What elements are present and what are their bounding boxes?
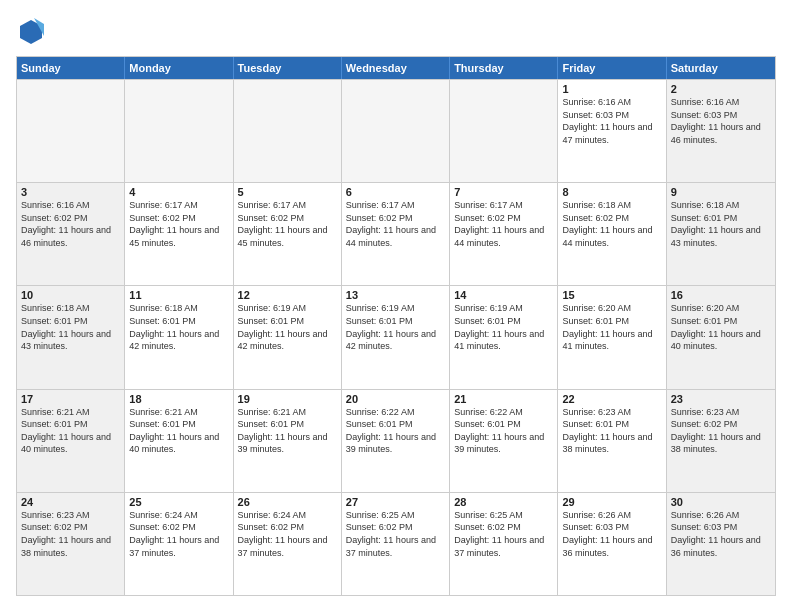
calendar-cell: 25Sunrise: 6:24 AM Sunset: 6:02 PM Dayli…	[125, 493, 233, 595]
day-detail: Sunrise: 6:17 AM Sunset: 6:02 PM Dayligh…	[454, 199, 553, 249]
header-day-wednesday: Wednesday	[342, 57, 450, 79]
calendar-cell: 9Sunrise: 6:18 AM Sunset: 6:01 PM Daylig…	[667, 183, 775, 285]
calendar-cell: 11Sunrise: 6:18 AM Sunset: 6:01 PM Dayli…	[125, 286, 233, 388]
page-header	[16, 16, 776, 46]
calendar-cell: 1Sunrise: 6:16 AM Sunset: 6:03 PM Daylig…	[558, 80, 666, 182]
calendar-cell	[125, 80, 233, 182]
day-detail: Sunrise: 6:19 AM Sunset: 6:01 PM Dayligh…	[346, 302, 445, 352]
day-number: 21	[454, 393, 553, 405]
calendar-cell: 16Sunrise: 6:20 AM Sunset: 6:01 PM Dayli…	[667, 286, 775, 388]
calendar: SundayMondayTuesdayWednesdayThursdayFrid…	[16, 56, 776, 596]
day-number: 23	[671, 393, 771, 405]
day-number: 12	[238, 289, 337, 301]
day-number: 14	[454, 289, 553, 301]
day-number: 8	[562, 186, 661, 198]
day-detail: Sunrise: 6:19 AM Sunset: 6:01 PM Dayligh…	[454, 302, 553, 352]
calendar-cell: 30Sunrise: 6:26 AM Sunset: 6:03 PM Dayli…	[667, 493, 775, 595]
day-number: 1	[562, 83, 661, 95]
header-day-saturday: Saturday	[667, 57, 775, 79]
calendar-cell: 12Sunrise: 6:19 AM Sunset: 6:01 PM Dayli…	[234, 286, 342, 388]
calendar-cell: 17Sunrise: 6:21 AM Sunset: 6:01 PM Dayli…	[17, 390, 125, 492]
calendar-cell: 7Sunrise: 6:17 AM Sunset: 6:02 PM Daylig…	[450, 183, 558, 285]
day-number: 13	[346, 289, 445, 301]
day-detail: Sunrise: 6:25 AM Sunset: 6:02 PM Dayligh…	[346, 509, 445, 559]
day-number: 10	[21, 289, 120, 301]
day-detail: Sunrise: 6:17 AM Sunset: 6:02 PM Dayligh…	[238, 199, 337, 249]
day-detail: Sunrise: 6:21 AM Sunset: 6:01 PM Dayligh…	[238, 406, 337, 456]
calendar-cell: 21Sunrise: 6:22 AM Sunset: 6:01 PM Dayli…	[450, 390, 558, 492]
calendar-cell: 28Sunrise: 6:25 AM Sunset: 6:02 PM Dayli…	[450, 493, 558, 595]
calendar-week-2: 3Sunrise: 6:16 AM Sunset: 6:02 PM Daylig…	[17, 182, 775, 285]
logo	[16, 16, 50, 46]
day-detail: Sunrise: 6:21 AM Sunset: 6:01 PM Dayligh…	[21, 406, 120, 456]
day-number: 15	[562, 289, 661, 301]
day-number: 24	[21, 496, 120, 508]
calendar-week-5: 24Sunrise: 6:23 AM Sunset: 6:02 PM Dayli…	[17, 492, 775, 595]
header-day-friday: Friday	[558, 57, 666, 79]
day-detail: Sunrise: 6:19 AM Sunset: 6:01 PM Dayligh…	[238, 302, 337, 352]
day-number: 9	[671, 186, 771, 198]
day-detail: Sunrise: 6:23 AM Sunset: 6:01 PM Dayligh…	[562, 406, 661, 456]
calendar-cell	[342, 80, 450, 182]
calendar-cell	[234, 80, 342, 182]
day-detail: Sunrise: 6:23 AM Sunset: 6:02 PM Dayligh…	[21, 509, 120, 559]
day-number: 6	[346, 186, 445, 198]
calendar-cell: 22Sunrise: 6:23 AM Sunset: 6:01 PM Dayli…	[558, 390, 666, 492]
day-detail: Sunrise: 6:20 AM Sunset: 6:01 PM Dayligh…	[562, 302, 661, 352]
day-detail: Sunrise: 6:23 AM Sunset: 6:02 PM Dayligh…	[671, 406, 771, 456]
day-number: 18	[129, 393, 228, 405]
calendar-cell: 6Sunrise: 6:17 AM Sunset: 6:02 PM Daylig…	[342, 183, 450, 285]
calendar-cell: 8Sunrise: 6:18 AM Sunset: 6:02 PM Daylig…	[558, 183, 666, 285]
day-detail: Sunrise: 6:24 AM Sunset: 6:02 PM Dayligh…	[129, 509, 228, 559]
calendar-cell: 18Sunrise: 6:21 AM Sunset: 6:01 PM Dayli…	[125, 390, 233, 492]
calendar-cell: 26Sunrise: 6:24 AM Sunset: 6:02 PM Dayli…	[234, 493, 342, 595]
day-number: 4	[129, 186, 228, 198]
day-detail: Sunrise: 6:18 AM Sunset: 6:01 PM Dayligh…	[671, 199, 771, 249]
day-detail: Sunrise: 6:26 AM Sunset: 6:03 PM Dayligh…	[562, 509, 661, 559]
day-number: 5	[238, 186, 337, 198]
calendar-cell	[450, 80, 558, 182]
day-detail: Sunrise: 6:26 AM Sunset: 6:03 PM Dayligh…	[671, 509, 771, 559]
day-number: 20	[346, 393, 445, 405]
calendar-cell: 27Sunrise: 6:25 AM Sunset: 6:02 PM Dayli…	[342, 493, 450, 595]
day-detail: Sunrise: 6:16 AM Sunset: 6:03 PM Dayligh…	[671, 96, 771, 146]
day-detail: Sunrise: 6:18 AM Sunset: 6:02 PM Dayligh…	[562, 199, 661, 249]
day-number: 25	[129, 496, 228, 508]
day-detail: Sunrise: 6:25 AM Sunset: 6:02 PM Dayligh…	[454, 509, 553, 559]
calendar-cell: 15Sunrise: 6:20 AM Sunset: 6:01 PM Dayli…	[558, 286, 666, 388]
calendar-cell: 5Sunrise: 6:17 AM Sunset: 6:02 PM Daylig…	[234, 183, 342, 285]
day-detail: Sunrise: 6:18 AM Sunset: 6:01 PM Dayligh…	[21, 302, 120, 352]
day-number: 7	[454, 186, 553, 198]
day-detail: Sunrise: 6:21 AM Sunset: 6:01 PM Dayligh…	[129, 406, 228, 456]
calendar-cell: 10Sunrise: 6:18 AM Sunset: 6:01 PM Dayli…	[17, 286, 125, 388]
calendar-cell: 3Sunrise: 6:16 AM Sunset: 6:02 PM Daylig…	[17, 183, 125, 285]
day-number: 27	[346, 496, 445, 508]
day-number: 29	[562, 496, 661, 508]
day-number: 16	[671, 289, 771, 301]
logo-icon	[16, 16, 46, 46]
day-number: 28	[454, 496, 553, 508]
day-number: 11	[129, 289, 228, 301]
day-detail: Sunrise: 6:22 AM Sunset: 6:01 PM Dayligh…	[346, 406, 445, 456]
day-detail: Sunrise: 6:16 AM Sunset: 6:03 PM Dayligh…	[562, 96, 661, 146]
day-number: 19	[238, 393, 337, 405]
day-number: 2	[671, 83, 771, 95]
calendar-week-4: 17Sunrise: 6:21 AM Sunset: 6:01 PM Dayli…	[17, 389, 775, 492]
day-detail: Sunrise: 6:17 AM Sunset: 6:02 PM Dayligh…	[346, 199, 445, 249]
day-number: 26	[238, 496, 337, 508]
day-detail: Sunrise: 6:18 AM Sunset: 6:01 PM Dayligh…	[129, 302, 228, 352]
day-detail: Sunrise: 6:17 AM Sunset: 6:02 PM Dayligh…	[129, 199, 228, 249]
calendar-cell: 23Sunrise: 6:23 AM Sunset: 6:02 PM Dayli…	[667, 390, 775, 492]
calendar-cell: 2Sunrise: 6:16 AM Sunset: 6:03 PM Daylig…	[667, 80, 775, 182]
day-number: 30	[671, 496, 771, 508]
day-detail: Sunrise: 6:20 AM Sunset: 6:01 PM Dayligh…	[671, 302, 771, 352]
calendar-body: 1Sunrise: 6:16 AM Sunset: 6:03 PM Daylig…	[17, 79, 775, 595]
calendar-cell: 29Sunrise: 6:26 AM Sunset: 6:03 PM Dayli…	[558, 493, 666, 595]
header-day-tuesday: Tuesday	[234, 57, 342, 79]
day-number: 3	[21, 186, 120, 198]
calendar-cell: 13Sunrise: 6:19 AM Sunset: 6:01 PM Dayli…	[342, 286, 450, 388]
day-detail: Sunrise: 6:16 AM Sunset: 6:02 PM Dayligh…	[21, 199, 120, 249]
calendar-cell: 19Sunrise: 6:21 AM Sunset: 6:01 PM Dayli…	[234, 390, 342, 492]
calendar-cell	[17, 80, 125, 182]
day-detail: Sunrise: 6:22 AM Sunset: 6:01 PM Dayligh…	[454, 406, 553, 456]
